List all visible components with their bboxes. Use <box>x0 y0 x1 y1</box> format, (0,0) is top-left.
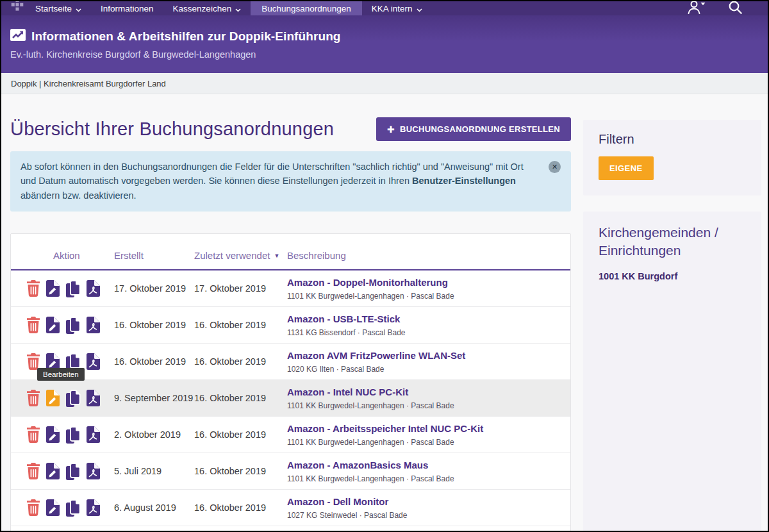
edit-button[interactable] <box>46 280 60 297</box>
user-icon <box>687 6 706 16</box>
nav-item-kka-intern[interactable]: KKA intern <box>362 1 432 15</box>
edit-button[interactable] <box>46 317 60 333</box>
pdf-button[interactable] <box>87 280 100 297</box>
pdf-button[interactable] <box>87 390 100 406</box>
row-actions <box>26 463 114 480</box>
filter-eigene-button[interactable]: EIGENE <box>599 156 654 180</box>
copy-button[interactable] <box>65 390 81 407</box>
copy-button[interactable] <box>65 499 81 517</box>
row-actions <box>26 390 114 407</box>
description-cell: Amazon - Intel NUC PC-Kit 1101 KK Burgwe… <box>287 387 555 410</box>
edit-button[interactable] <box>46 426 60 443</box>
navbar-actions <box>687 0 768 16</box>
copy-icon <box>65 390 81 407</box>
table-row: Bearbeiten <box>11 380 570 417</box>
description-cell: Amazon - USB-LTE-Stick 1131 KG Bissendor… <box>287 313 555 337</box>
table-row: Bearbeiten <box>11 270 570 307</box>
nav-item-kassenzeichen[interactable]: Kassenzeichen <box>163 1 251 15</box>
booking-order-link[interactable]: Amazon - Doppel-Monitorhalterung <box>287 277 555 288</box>
description-cell: Amazon AVM FritzPowerline WLAN-Set 1020 … <box>287 350 555 374</box>
info-alert: Ab sofort können in den Buchungsanordnun… <box>10 151 571 212</box>
edit-document-icon <box>46 463 60 479</box>
sort-desc-icon: ▼ <box>274 253 279 259</box>
last-used-date: 16. Oktober 2019 <box>194 503 287 513</box>
chevron-down-icon <box>235 4 241 14</box>
copy-icon <box>65 426 81 444</box>
booking-order-detail: 1131 KG Bissendorf · Pascal Bade <box>287 328 555 337</box>
copy-icon <box>65 463 81 480</box>
booking-order-link[interactable]: Amazon - Arbeitsspeicher Intel NUC PC-Ki… <box>287 423 555 434</box>
last-used-date: 16. Oktober 2019 <box>194 320 287 330</box>
search-button[interactable] <box>728 0 742 16</box>
booking-order-link[interactable]: Amazon - Dell Monitor <box>287 496 555 507</box>
user-settings-link[interactable]: Benutzer-Einstellungen <box>412 176 516 186</box>
edit-document-icon <box>46 390 60 406</box>
edit-button[interactable] <box>46 499 60 516</box>
pdf-button[interactable] <box>87 463 100 479</box>
nav-item-startseite[interactable]: Startseite <box>26 1 91 15</box>
pdf-icon <box>87 280 100 297</box>
trash-icon <box>26 426 40 443</box>
table-row: Bearbeiten <box>11 453 570 490</box>
delete-button[interactable] <box>26 463 40 479</box>
nav-item-informationen[interactable]: Informationen <box>91 1 163 15</box>
pdf-button[interactable] <box>87 353 100 370</box>
edit-tooltip: Bearbeiten <box>37 368 85 381</box>
filter-title: Filtern <box>599 132 746 147</box>
edit-button[interactable] <box>46 463 60 479</box>
column-header-aktion: Aktion <box>26 250 114 261</box>
table-row: Bearbeiten <box>11 490 570 526</box>
table-row: Bearbeiten <box>11 417 570 453</box>
booking-order-link[interactable]: Amazon AVM FritzPowerline WLAN-Set <box>287 350 555 361</box>
chart-line-icon <box>10 29 26 44</box>
column-header-zuletzt-verwendet[interactable]: Zuletzt verwendet ▼ <box>194 250 287 261</box>
church-logo-icon[interactable] <box>9 0 26 15</box>
pdf-button[interactable] <box>87 499 100 516</box>
nav-item-buchungsanordnungen[interactable]: Buchungsanordnungen <box>251 1 362 15</box>
user-menu-button[interactable] <box>687 0 706 16</box>
edit-document-icon <box>46 280 60 297</box>
chevron-down-icon <box>76 4 81 14</box>
top-navbar: Startseite Informationen Kassenzeichen B… <box>1 1 768 15</box>
plus-icon: ✚ <box>387 125 395 134</box>
copy-button[interactable] <box>65 463 81 480</box>
created-date: 16. Oktober 2019 <box>114 320 194 330</box>
breadcrumb: Doppik | Kirchenkreisamt Burgdorfer Land <box>1 73 768 94</box>
copy-button[interactable] <box>65 317 81 334</box>
last-used-date: 16. Oktober 2019 <box>194 356 287 367</box>
description-cell: Amazon - Arbeitsspeicher Intel NUC PC-Ki… <box>287 423 555 447</box>
alert-close-button[interactable]: ✕ <box>549 161 561 173</box>
created-date: 17. Oktober 2019 <box>114 283 194 294</box>
delete-button[interactable] <box>26 499 40 516</box>
created-date: 9. September 2019 <box>114 393 194 403</box>
copy-icon <box>65 317 81 334</box>
created-date: 5. Juli 2019 <box>114 466 194 476</box>
pdf-icon <box>87 426 100 443</box>
row-actions <box>26 317 114 334</box>
site-title: Informationen & Arbeitshilfen zur Doppik… <box>31 29 341 44</box>
created-date: 16. Oktober 2019 <box>114 356 194 367</box>
booking-order-link[interactable]: Amazon - USB-LTE-Stick <box>287 313 555 324</box>
trash-icon <box>26 280 40 297</box>
booking-orders-table: Aktion Erstellt Zuletzt verwendet ▼ Besc… <box>10 233 571 532</box>
delete-button[interactable] <box>26 390 40 406</box>
booking-order-link[interactable]: Amazon - AmazonBasics Maus <box>287 460 555 470</box>
booking-order-detail: 1101 KK Burgwedel-Langenhagen · Pascal B… <box>287 401 555 410</box>
parish-group-link[interactable]: 1001 KK Burgdorf <box>599 271 746 281</box>
edit-button[interactable] <box>46 390 60 406</box>
last-used-date: 16. Oktober 2019 <box>194 466 287 476</box>
copy-button[interactable] <box>65 280 81 297</box>
copy-button[interactable] <box>65 426 81 444</box>
delete-button[interactable] <box>26 317 40 333</box>
trash-icon <box>26 499 40 516</box>
copy-icon <box>65 499 81 517</box>
table-row: Bearbeiten <box>11 344 570 380</box>
pdf-button[interactable] <box>87 426 100 443</box>
description-cell: Amazon - Doppel-Monitorhalterung 1101 KK… <box>287 277 555 301</box>
delete-button[interactable] <box>26 426 40 443</box>
create-booking-order-button[interactable]: ✚ BUCHUNGSANORDNUNG ERSTELLEN <box>376 117 571 141</box>
booking-order-link[interactable]: Amazon - Intel NUC PC-Kit <box>287 387 555 397</box>
pdf-icon <box>87 390 100 406</box>
pdf-button[interactable] <box>87 317 100 333</box>
delete-button[interactable] <box>26 280 40 297</box>
